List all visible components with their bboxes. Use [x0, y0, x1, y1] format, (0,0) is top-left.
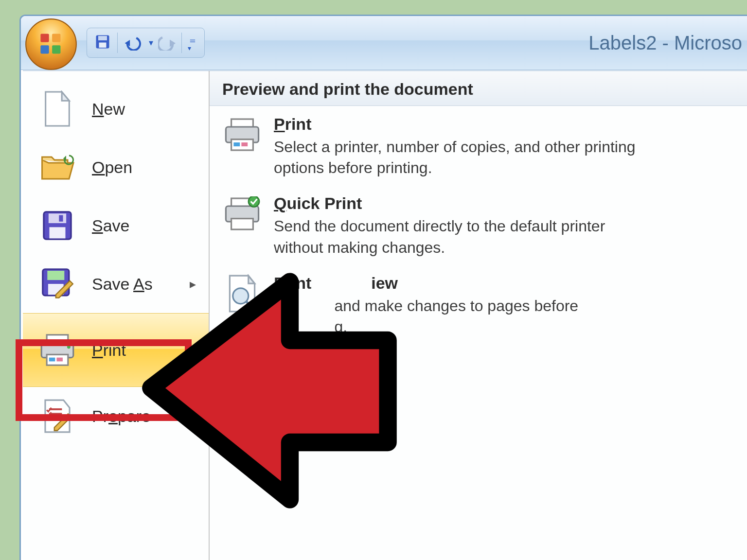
menu-item-label: Prepare: [92, 407, 151, 426]
save-as-icon: [38, 265, 76, 303]
svg-rect-33: [241, 142, 248, 146]
open-folder-icon: [38, 148, 76, 186]
panel-item-print[interactable]: PrintPrint Select a printer, number of c…: [210, 106, 747, 185]
office-button[interactable]: [25, 18, 77, 70]
submenu-arrow-icon: ▸: [190, 343, 196, 358]
svg-rect-4: [52, 45, 60, 53]
svg-rect-2: [52, 34, 60, 42]
menu-item-label: Print: [92, 341, 126, 360]
quick-access-toolbar: ▾ ＝▾: [87, 28, 205, 58]
panel-item-title: Quick PrintQuick Print: [274, 194, 643, 213]
office-menu-left: NNewew Open Open: [23, 71, 210, 560]
qat-customize[interactable]: ＝▾: [188, 34, 197, 52]
panel-item-title: PrintPrint: [274, 115, 643, 134]
menu-item-label: Save: [92, 216, 130, 235]
svg-rect-7: [99, 43, 107, 48]
svg-point-26: [67, 345, 71, 349]
panel-item-print-preview[interactable]: Print iew and make changes to pages befo…: [210, 265, 747, 344]
panel-item-desc: Send the document directly to the defaul…: [274, 216, 643, 258]
svg-rect-36: [231, 219, 253, 229]
panel-item-desc: and make changes to pages before g.: [274, 296, 578, 337]
menu-item-label: NNewew: [92, 100, 125, 119]
menu-item-open[interactable]: Open Open: [23, 138, 209, 196]
panel-item-desc: Select a printer, number of copies, and …: [274, 137, 643, 178]
undo-icon[interactable]: [124, 33, 144, 52]
panel-item-title: Print iew: [274, 274, 578, 293]
menu-item-prepare[interactable]: Prepare ▸ Prepare: [23, 387, 209, 445]
svg-rect-3: [40, 45, 49, 53]
svg-rect-14: [49, 213, 66, 223]
print-submenu-panel: Preview and print the document PrintPrin…: [210, 71, 747, 560]
save-icon[interactable]: [94, 33, 111, 52]
submenu-arrow-icon: ▸: [190, 277, 196, 292]
svg-rect-18: [47, 271, 64, 280]
word-window: ▾ ＝▾ Labels2 - Microso NN: [19, 15, 747, 560]
svg-rect-16: [59, 215, 63, 222]
menu-item-save[interactable]: Save Save: [23, 196, 209, 255]
quick-print-icon: [222, 194, 262, 234]
titlebar: ▾ ＝▾ Labels2 - Microso: [21, 16, 747, 70]
svg-marker-11: [62, 92, 69, 101]
new-document-icon: [38, 90, 76, 128]
svg-rect-1: [40, 34, 49, 42]
prepare-icon: [38, 397, 76, 435]
svg-rect-25: [56, 358, 62, 362]
svg-marker-39: [249, 276, 255, 283]
redo-icon[interactable]: [158, 33, 176, 52]
print-preview-icon: [222, 274, 262, 314]
panel-header: Preview and print the document: [210, 71, 747, 106]
menu-item-label: Open: [92, 158, 132, 177]
svg-rect-24: [49, 358, 55, 362]
panel-item-quick-print[interactable]: Quick PrintQuick Print Send the document…: [210, 185, 747, 264]
menu-item-new[interactable]: NNewew: [23, 80, 209, 138]
submenu-arrow-icon: ▸: [190, 409, 196, 424]
svg-point-0: [26, 19, 76, 70]
svg-rect-32: [233, 142, 240, 146]
office-menu: NNewew Open Open: [23, 70, 747, 560]
svg-rect-15: [50, 227, 66, 238]
undo-dropdown[interactable]: ▾: [149, 37, 153, 48]
printer-icon: [222, 115, 262, 155]
menu-item-save-as[interactable]: Save As ▸ Save As: [23, 255, 209, 313]
menu-item-label: Save As: [92, 275, 153, 294]
save-floppy-icon: [38, 207, 76, 245]
window-title: Labels2 - Microso: [588, 16, 747, 70]
printer-icon: [38, 331, 76, 369]
menu-item-print[interactable]: Print ▸ Print: [23, 313, 209, 387]
svg-rect-6: [98, 36, 107, 40]
